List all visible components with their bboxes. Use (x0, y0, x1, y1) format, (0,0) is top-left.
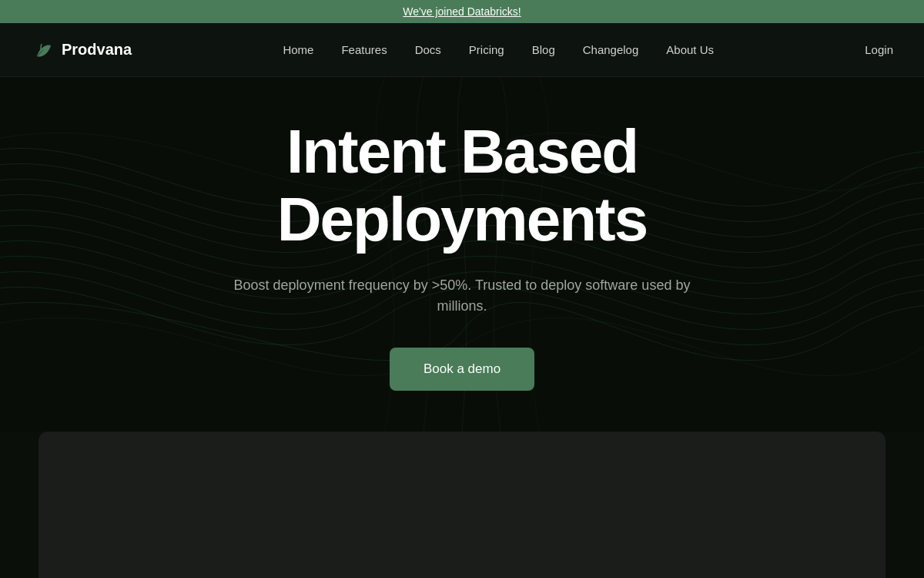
nav-features[interactable]: Features (341, 43, 387, 56)
nav-about[interactable]: About Us (666, 43, 714, 56)
nav-docs[interactable]: Docs (415, 43, 441, 56)
nav-pricing[interactable]: Pricing (469, 43, 504, 56)
navbar: Prodvana Home Features Docs Pricing Blog… (0, 23, 924, 77)
logo[interactable]: Prodvana (31, 38, 132, 62)
nav-changelog[interactable]: Changelog (583, 43, 639, 56)
nav-links: Home Features Docs Pricing Blog Changelo… (283, 43, 714, 56)
product-screenshot (38, 432, 886, 578)
login-button[interactable]: Login (865, 43, 893, 56)
nav-home[interactable]: Home (283, 43, 313, 56)
hero-content: Intent Based Deployments Boost deploymen… (116, 118, 808, 391)
logo-icon (31, 38, 55, 62)
book-demo-button[interactable]: Book a demo (390, 348, 534, 391)
logo-text: Prodvana (62, 41, 132, 59)
hero-subtitle: Boost deployment frequency by >50%. Trus… (231, 275, 693, 317)
nav-blog[interactable]: Blog (532, 43, 555, 56)
top-banner: We've joined Databricks! (0, 0, 924, 23)
hero-title: Intent Based Deployments (116, 118, 808, 254)
hero-section: Intent Based Deployments Boost deploymen… (0, 77, 924, 432)
banner-link[interactable]: We've joined Databricks! (403, 5, 521, 18)
